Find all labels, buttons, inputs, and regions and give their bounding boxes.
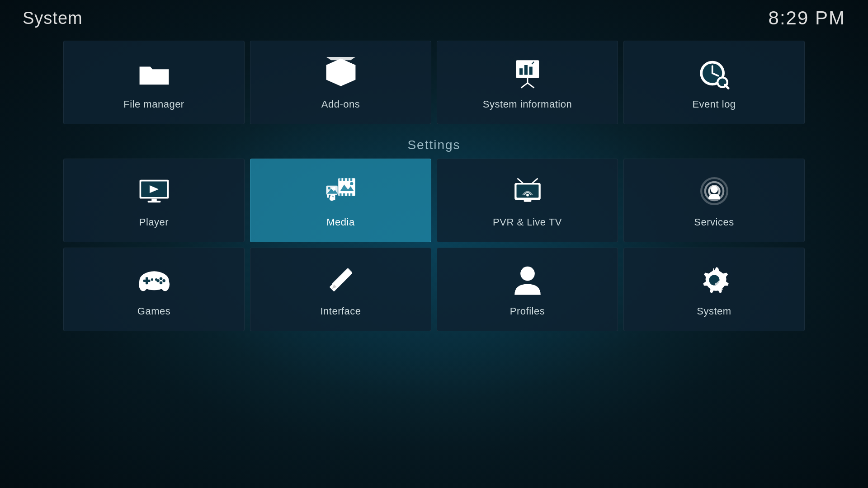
player-icon	[136, 173, 172, 209]
svg-rect-24	[340, 178, 341, 181]
svg-rect-42	[524, 200, 531, 202]
top-row: File manager Add-ons	[63, 41, 805, 124]
file-manager-icon	[136, 55, 172, 91]
svg-rect-25	[343, 178, 345, 181]
profiles-icon	[509, 262, 546, 298]
svg-rect-22	[147, 201, 160, 202]
svg-point-55	[159, 281, 162, 284]
svg-rect-31	[350, 193, 352, 196]
event-log-icon	[696, 55, 732, 91]
tile-media-label: Media	[326, 216, 354, 228]
svg-rect-29	[343, 193, 345, 196]
svg-point-58	[155, 278, 157, 281]
tile-add-ons-label: Add-ons	[321, 99, 360, 110]
tile-add-ons[interactable]: Add-ons	[250, 41, 431, 124]
page-title: System	[23, 9, 83, 28]
media-icon	[323, 173, 359, 209]
tile-profiles-label: Profiles	[510, 305, 545, 317]
games-icon	[136, 262, 172, 298]
tile-services-label: Services	[694, 216, 734, 228]
svg-rect-5	[524, 65, 527, 75]
svg-point-34	[329, 196, 334, 201]
svg-point-62	[520, 266, 535, 281]
svg-line-17	[725, 84, 728, 88]
tile-interface-label: Interface	[320, 305, 361, 317]
svg-point-57	[151, 278, 153, 281]
clock: 8:29 PM	[769, 7, 845, 29]
settings-row-2: Games Interface	[63, 248, 805, 331]
tile-system[interactable]: System	[623, 248, 805, 331]
svg-point-47	[711, 186, 718, 193]
tile-event-log[interactable]: Event log	[623, 41, 805, 124]
svg-line-41	[532, 178, 537, 183]
svg-marker-2	[326, 57, 355, 60]
pvr-live-tv-icon	[509, 173, 546, 209]
interface-icon	[323, 262, 359, 298]
svg-rect-26	[346, 178, 348, 181]
svg-point-37	[328, 187, 330, 189]
tile-games-label: Games	[137, 305, 170, 317]
tile-file-manager-label: File manager	[123, 99, 184, 110]
svg-rect-30	[346, 193, 348, 196]
tile-event-log-label: Event log	[692, 99, 736, 110]
tile-system-information-label: System information	[483, 99, 572, 110]
tile-system-information[interactable]: System information	[437, 41, 618, 124]
svg-point-43	[526, 193, 529, 196]
svg-point-54	[162, 279, 165, 282]
system-information-icon	[509, 55, 546, 91]
svg-line-9	[521, 83, 527, 88]
svg-rect-27	[350, 178, 352, 181]
services-icon	[696, 173, 732, 209]
svg-line-40	[518, 178, 523, 183]
tile-pvr-live-tv[interactable]: PVR & Live TV	[437, 159, 618, 242]
tile-interface[interactable]: Interface	[250, 248, 431, 331]
header: System 8:29 PM	[0, 0, 868, 36]
svg-point-53	[159, 277, 162, 280]
svg-point-33	[350, 182, 353, 185]
system-settings-icon	[696, 262, 732, 298]
svg-line-10	[528, 83, 534, 88]
svg-rect-28	[340, 193, 341, 196]
settings-row-1: Player	[63, 159, 805, 242]
tile-system-label: System	[697, 305, 731, 317]
tile-player-label: Player	[139, 216, 169, 228]
tile-services[interactable]: Services	[623, 159, 805, 242]
svg-rect-21	[151, 198, 157, 201]
settings-rows: Player	[63, 159, 805, 331]
tile-games[interactable]: Games	[63, 248, 245, 331]
settings-heading: Settings	[63, 133, 805, 152]
add-ons-icon	[323, 55, 359, 91]
tile-media[interactable]: Media	[250, 159, 431, 242]
svg-rect-4	[519, 68, 523, 75]
tile-player[interactable]: Player	[63, 159, 245, 242]
main-content: File manager Add-ons	[0, 36, 868, 331]
tile-pvr-live-tv-label: PVR & Live TV	[493, 216, 562, 228]
tile-file-manager[interactable]: File manager	[63, 41, 245, 124]
svg-rect-52	[146, 277, 148, 284]
svg-rect-6	[529, 66, 532, 75]
tile-profiles[interactable]: Profiles	[437, 248, 618, 331]
svg-rect-23	[338, 178, 355, 196]
